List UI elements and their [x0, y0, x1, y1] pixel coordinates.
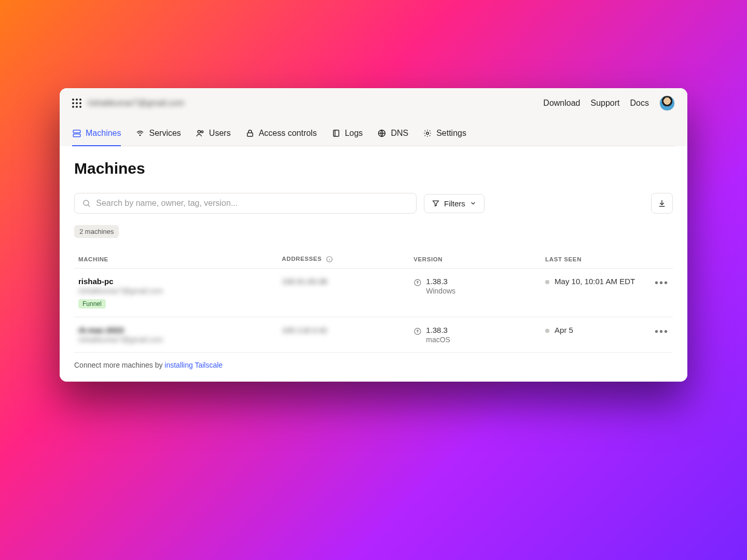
- users-icon: [196, 129, 205, 138]
- col-machine: MACHINE: [74, 250, 278, 269]
- machines-table: MACHINE ADDRESSES VERSION LAST SEEN rish…: [74, 250, 673, 353]
- globe-icon: [377, 129, 386, 138]
- machine-name: rishab-pc: [78, 277, 273, 286]
- filters-label: Filters: [444, 199, 465, 208]
- footer-note: Connect more machines by installing Tail…: [74, 361, 673, 369]
- chevron-down-icon: [469, 200, 477, 207]
- link-download[interactable]: Download: [543, 99, 580, 108]
- update-icon: [413, 278, 422, 287]
- search-icon: [82, 199, 91, 208]
- wifi-icon: [135, 129, 145, 138]
- nav-tabs: Machines Services Users Access controls …: [72, 123, 675, 146]
- machine-owner: rishabkumar7@gmail.com: [78, 287, 273, 295]
- machine-name: rk-mac-2023: [78, 326, 273, 334]
- tab-label: Services: [149, 129, 181, 138]
- filters-button[interactable]: Filters: [424, 194, 485, 213]
- row-actions-button[interactable]: •••: [649, 317, 673, 353]
- version-value: 1.38.3: [426, 277, 455, 286]
- info-icon: [326, 256, 333, 263]
- status-dot: [545, 329, 549, 333]
- tab-logs[interactable]: Logs: [331, 123, 363, 146]
- search-input-wrapper[interactable]: [74, 193, 417, 214]
- header-links: Download Support Docs: [543, 95, 675, 111]
- app-window: rishabkumar7@gmail.com Download Support …: [60, 88, 687, 382]
- lock-icon: [245, 129, 255, 138]
- install-link[interactable]: installing Tailscale: [164, 361, 223, 369]
- book-icon: [331, 129, 341, 138]
- machines-icon: [72, 129, 81, 138]
- main-content: Machines Filters 2 machines MACHINE: [60, 146, 687, 382]
- org-switcher[interactable]: rishabkumar7@gmail.com: [72, 99, 184, 108]
- svg-point-4: [201, 131, 203, 133]
- tab-settings[interactable]: Settings: [423, 123, 466, 146]
- tab-users[interactable]: Users: [196, 123, 231, 146]
- search-input[interactable]: [96, 199, 409, 208]
- tab-label: DNS: [391, 129, 408, 138]
- gear-icon: [423, 129, 432, 138]
- link-docs[interactable]: Docs: [630, 99, 649, 108]
- machine-address: 100.118.3.42: [282, 326, 327, 334]
- last-seen-value: Apr 5: [555, 326, 573, 334]
- tab-label: Users: [209, 129, 231, 138]
- link-support[interactable]: Support: [591, 99, 620, 108]
- funnel-badge: Funnel: [78, 299, 106, 309]
- table-row[interactable]: rishab-pc rishabkumar7@gmail.com Funnel …: [74, 269, 673, 317]
- version-value: 1.38.3: [426, 326, 450, 334]
- avatar[interactable]: [659, 95, 675, 111]
- tab-dns[interactable]: DNS: [377, 123, 408, 146]
- svg-point-2: [140, 135, 141, 136]
- download-icon: [657, 199, 667, 208]
- last-seen-value: May 10, 10:01 AM EDT: [555, 277, 635, 286]
- svg-rect-5: [247, 133, 253, 136]
- tab-label: Access controls: [259, 129, 317, 138]
- col-addresses: ADDRESSES: [278, 250, 409, 269]
- toolbar: Filters: [74, 193, 673, 214]
- tab-machines[interactable]: Machines: [72, 123, 121, 146]
- svg-point-9: [84, 200, 89, 205]
- download-button[interactable]: [651, 193, 673, 214]
- os-value: macOS: [426, 335, 450, 344]
- tab-label: Settings: [436, 129, 466, 138]
- svg-point-8: [426, 132, 429, 135]
- filter-icon: [432, 199, 440, 207]
- col-last-seen: LAST SEEN: [541, 250, 649, 269]
- status-dot: [545, 280, 549, 284]
- topbar: rishabkumar7@gmail.com Download Support …: [60, 88, 687, 146]
- page-title: Machines: [74, 160, 673, 177]
- tab-label: Machines: [86, 129, 121, 138]
- tab-services[interactable]: Services: [135, 123, 181, 146]
- svg-rect-0: [73, 130, 80, 133]
- svg-rect-6: [333, 130, 339, 136]
- table-row[interactable]: rk-mac-2023 rishabkumar7@gmail.com 100.1…: [74, 317, 673, 353]
- machine-address: 100.91.63.38: [282, 277, 327, 286]
- col-version: VERSION: [409, 250, 541, 269]
- row-actions-button[interactable]: •••: [649, 269, 673, 317]
- svg-rect-1: [73, 134, 80, 137]
- os-value: Windows: [426, 287, 455, 295]
- machine-owner: rishabkumar7@gmail.com: [78, 335, 273, 344]
- org-name: rishabkumar7@gmail.com: [88, 99, 184, 108]
- update-icon: [413, 327, 422, 335]
- tab-label: Logs: [345, 129, 363, 138]
- svg-point-3: [198, 130, 200, 133]
- tab-access-controls[interactable]: Access controls: [245, 123, 317, 146]
- machine-count-chip: 2 machines: [74, 225, 119, 238]
- grid-icon: [72, 99, 81, 108]
